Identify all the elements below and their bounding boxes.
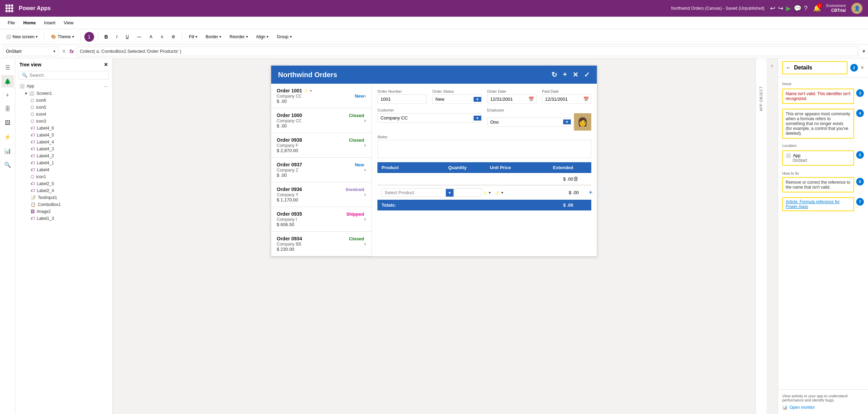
tree-item-label13[interactable]: 🏷 Label1_3 (17, 215, 111, 222)
menu-file[interactable]: File (4, 19, 18, 27)
right-panel-close-btn[interactable]: × (861, 65, 864, 71)
order-status-select[interactable]: New (433, 95, 474, 104)
menu-insert[interactable]: Insert (41, 19, 59, 27)
order-item-1001[interactable]: Order 1001 ⚠ ▾ Company CC New $ .00 › (271, 84, 372, 108)
tree-item-textinput1[interactable]: 📝 TextInput1 (17, 194, 111, 201)
order-item-0938[interactable]: Order 0938 Closed Company F $ 2,870.00 › (271, 133, 372, 158)
tree-item-label43[interactable]: 🏷 Label4_3 (17, 146, 111, 152)
undo-btn[interactable]: ↩ (770, 5, 775, 12)
right-panel-header: ← Details 2 × (778, 58, 868, 77)
play-btn[interactable]: ▶ (786, 5, 791, 12)
tree-item-label25[interactable]: 🏷 Label2_5 (17, 180, 111, 187)
tree-item-app[interactable]: ⬜ App ··· (17, 82, 111, 90)
article-link[interactable]: Article: Formula reference for Power App… (782, 197, 854, 211)
formula-expand-btn[interactable]: ▾ (862, 48, 865, 55)
delete-row-btn-1[interactable]: 🗑 (573, 176, 587, 182)
order-item-0937[interactable]: Order 0937 New Company Z $ .00 › (271, 158, 372, 182)
how-to-fix-header: How to fix (782, 171, 864, 176)
circle-1-btn[interactable]: 1 (84, 32, 94, 42)
tree-item-label45[interactable]: 🏷 Label4_5 (17, 132, 111, 139)
panel-prev-btn[interactable]: ‹ (771, 63, 773, 69)
insert-btn[interactable]: + (1, 89, 14, 101)
cancel-btn[interactable]: ✕ (573, 71, 578, 79)
sidebar-close-btn[interactable]: ✕ (104, 62, 108, 67)
variables-btn[interactable]: 📊 (1, 144, 14, 157)
tree-item-label46[interactable]: 🏷 Label4_6 (17, 125, 111, 132)
product-select-input[interactable] (382, 189, 446, 197)
employee-select[interactable]: Ono (487, 118, 563, 126)
paid-date-calendar-icon[interactable]: 📅 (581, 97, 591, 102)
data-btn[interactable]: 🗄 (1, 103, 14, 115)
tree-item-icon5[interactable]: ⬡ icon5 (17, 104, 111, 111)
group-btn[interactable]: Group ▾ (274, 33, 294, 41)
comment-btn[interactable]: 💬 (794, 5, 801, 12)
strikethrough-btn[interactable]: — (134, 33, 144, 41)
underline-btn[interactable]: U (123, 33, 132, 41)
employee-dropdown[interactable]: Ono ▾ (487, 117, 571, 127)
tree-item-icon4[interactable]: ⬡ icon4 (17, 111, 111, 118)
tree-item-label24[interactable]: 🏷 Label2_4 (17, 187, 111, 194)
right-panel-content: Issue Name isn't valid. This identifier … (778, 77, 868, 389)
order-item-0934[interactable]: Order 0934 Closed Company BB $ 230.00 › (271, 232, 372, 256)
tree-item-label44[interactable]: 🏷 Label4_4 (17, 139, 111, 146)
add-product-btn[interactable]: + (589, 189, 593, 197)
notes-input[interactable] (377, 140, 591, 158)
settings-btn[interactable]: ⚙ (168, 33, 178, 41)
save-btn[interactable]: ✓ (584, 71, 590, 79)
border-btn[interactable]: Border ▾ (202, 33, 224, 41)
search-components-btn[interactable]: 🔍 (1, 158, 14, 171)
order-status-dropdown[interactable]: New ▾ (432, 94, 482, 104)
fill-btn[interactable]: Fill ▾ (186, 33, 200, 41)
canvas-title: Northwind Orders (Canvas) - Saved (Unpub… (671, 6, 765, 11)
font-size-btn[interactable]: A (147, 33, 156, 41)
user-avatar[interactable]: 👤 (851, 3, 862, 14)
customer-select[interactable]: Company CC (378, 114, 474, 122)
formula-input[interactable] (77, 47, 858, 56)
power-automate-btn[interactable]: ⚡ (1, 131, 14, 143)
tree-item-combobox1[interactable]: 📋 ComboBox1 (17, 201, 111, 208)
help-btn[interactable]: ? (804, 5, 808, 12)
order-number-input[interactable] (377, 94, 427, 104)
tree-item-label42[interactable]: 🏷 Label4_2 (17, 152, 111, 159)
app-more-btn[interactable]: ··· (104, 83, 108, 89)
paid-date-input[interactable] (542, 95, 581, 104)
sidebar-toggle-btn[interactable]: ☰ (1, 61, 14, 74)
tree-item-icon6[interactable]: ⬡ icon6 (17, 97, 111, 104)
image2-icon: 🖼 (31, 209, 35, 214)
waffle-icon[interactable] (6, 5, 13, 12)
italic-btn[interactable]: I (113, 33, 120, 41)
bold-btn[interactable]: B (101, 32, 111, 41)
reorder-btn[interactable]: Reorder ▾ (226, 33, 251, 41)
product-select-arrow[interactable]: ▾ (446, 189, 453, 197)
media-btn[interactable]: 🖼 (1, 117, 14, 129)
tree-item-icon3[interactable]: ⬡ icon3 (17, 118, 111, 125)
new-screen-btn[interactable]: ⬜ New screen ▾ (3, 33, 41, 41)
tree-item-label4[interactable]: 🏷 Label4 (17, 166, 111, 173)
order-date-calendar-icon[interactable]: 📅 (526, 97, 536, 102)
search-input[interactable] (30, 73, 106, 78)
qty-input[interactable] (454, 188, 482, 197)
customer-dropdown[interactable]: Company CC ▾ (377, 113, 482, 123)
tree-view-btn[interactable]: 🌲 (1, 75, 14, 88)
refresh-btn[interactable]: ↻ (551, 71, 557, 79)
theme-btn[interactable]: 🎨 Theme ▾ (48, 33, 77, 41)
open-monitor-btn[interactable]: 📊 Open monitor (782, 405, 864, 410)
tree-item-screen1[interactable]: ▾ ⬜ Screen1 (17, 90, 111, 97)
align-left-btn[interactable]: ≡ (158, 33, 166, 41)
menu-home[interactable]: Home (20, 19, 39, 27)
formula-name-selector[interactable]: OnStart ▾ (3, 47, 58, 56)
redo-btn[interactable]: ↪ (778, 5, 783, 12)
product-select-container[interactable]: ▾ (382, 188, 454, 197)
order-item-0935[interactable]: Order 0935 Shipped Company I $ 606.50 › (271, 207, 372, 232)
order-item-0936[interactable]: Order 0936 Invoiced Company Y $ 1,170.00… (271, 182, 372, 207)
order-date-input[interactable] (487, 95, 526, 104)
tree-item-icon1[interactable]: ⬡ icon1 (17, 173, 111, 180)
tree-item-label41[interactable]: 🏷 Label4_1 (17, 159, 111, 166)
tree-item-image2[interactable]: 🖼 Image2 (17, 208, 111, 215)
order-item-1000[interactable]: Order 1000 Closed Company CC $ .00 › (271, 108, 372, 133)
add-order-btn[interactable]: + (563, 71, 567, 79)
order-list: Order 1001 ⚠ ▾ Company CC New $ .00 › (271, 84, 372, 256)
label42-icon: 🏷 (31, 154, 35, 158)
align-btn[interactable]: Align ▾ (253, 33, 272, 41)
menu-view[interactable]: View (60, 19, 77, 27)
